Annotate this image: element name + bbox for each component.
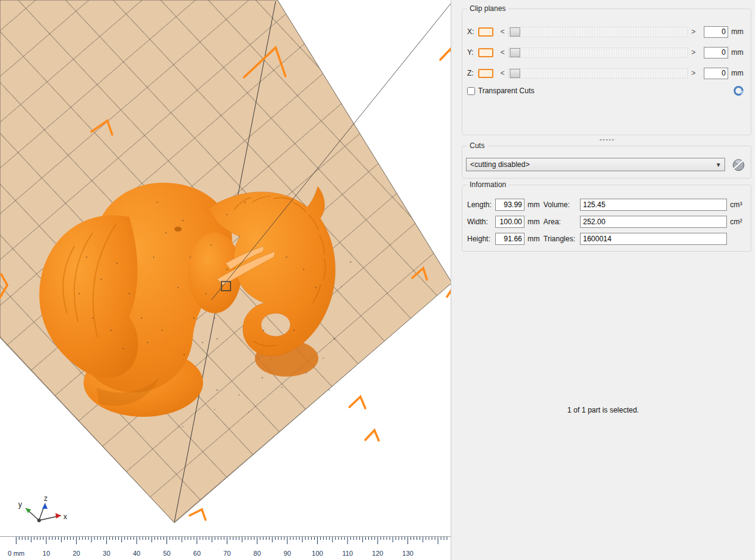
clip-z-slider-right-icon[interactable]: > bbox=[689, 69, 698, 77]
clip-z-label: Z: bbox=[467, 69, 478, 77]
svg-text:80: 80 bbox=[254, 550, 261, 557]
clip-y-slider-left-icon[interactable]: < bbox=[498, 48, 507, 57]
info-row-height-triangles: Height: mm Triangles: bbox=[467, 233, 747, 245]
control-panel: Clip planes X: < > mm Y: < > mm Z: bbox=[451, 0, 755, 560]
clip-x-slider-track[interactable] bbox=[508, 27, 688, 37]
cuts-dropdown-value: <cutting disabled> bbox=[470, 160, 714, 169]
cuts-dropdown[interactable]: <cutting disabled> ▼ bbox=[466, 158, 725, 171]
information-group: Information Length: mm Volume: cm³ Width… bbox=[462, 185, 751, 252]
cuts-title: Cuts bbox=[467, 141, 487, 150]
svg-text:30: 30 bbox=[103, 550, 110, 557]
clip-planes-title: Clip planes bbox=[467, 4, 508, 13]
svg-text:70: 70 bbox=[223, 550, 231, 557]
ruler: 0 mm102030405060708090100110120130 bbox=[0, 536, 451, 560]
clip-z-slider-handle[interactable] bbox=[510, 69, 520, 78]
triangles-label: Triangles: bbox=[543, 235, 580, 243]
z-axis-label: z bbox=[44, 494, 48, 503]
svg-text:90: 90 bbox=[284, 550, 291, 557]
height-value-field[interactable] bbox=[495, 233, 524, 245]
clip-y-value-input[interactable] bbox=[704, 47, 728, 58]
width-value-field[interactable] bbox=[495, 216, 524, 228]
cut-tool-icon[interactable] bbox=[730, 156, 747, 173]
clip-x-unit: mm bbox=[731, 27, 746, 36]
height-unit: mm bbox=[528, 235, 543, 243]
svg-text:120: 120 bbox=[372, 550, 383, 557]
clip-x-slider-left-icon[interactable]: < bbox=[498, 27, 507, 36]
information-title: Information bbox=[467, 180, 509, 189]
svg-text:130: 130 bbox=[403, 550, 413, 557]
rotate-view-icon[interactable] bbox=[732, 85, 745, 99]
axis-triad[interactable]: y z x bbox=[11, 494, 70, 533]
transparent-cuts-label: Transparent Cuts bbox=[478, 87, 534, 95]
area-label: Area: bbox=[543, 218, 580, 226]
clip-x-label: X: bbox=[467, 27, 478, 36]
svg-text:40: 40 bbox=[133, 550, 140, 557]
height-label: Height: bbox=[467, 235, 495, 243]
clip-z-unit: mm bbox=[731, 69, 746, 77]
y-axis-label: y bbox=[18, 500, 22, 509]
svg-text:10: 10 bbox=[43, 550, 50, 557]
length-value-field[interactable] bbox=[495, 199, 524, 211]
svg-text:100: 100 bbox=[312, 550, 323, 557]
clip-y-slider-right-icon[interactable]: > bbox=[689, 48, 698, 57]
clip-y-slider-track[interactable] bbox=[508, 48, 688, 58]
application-window: y z x 0 mm102030405060708090100110120130… bbox=[0, 0, 755, 560]
clip-z-color-swatch[interactable] bbox=[478, 69, 493, 78]
clip-x-slider-handle[interactable] bbox=[510, 27, 520, 37]
clip-y-slider-handle[interactable] bbox=[510, 48, 520, 57]
svg-text:20: 20 bbox=[73, 550, 80, 557]
length-unit: mm bbox=[528, 200, 543, 209]
svg-text:0 mm: 0 mm bbox=[8, 550, 25, 557]
clip-plane-row-x: X: < > mm bbox=[466, 25, 747, 38]
width-label: Width: bbox=[467, 218, 495, 226]
clip-x-slider-right-icon[interactable]: > bbox=[689, 27, 698, 36]
area-unit: cm² bbox=[730, 218, 747, 226]
volume-unit: cm³ bbox=[730, 200, 747, 209]
volume-value-field[interactable] bbox=[580, 199, 727, 211]
clip-plane-row-y: Y: < > mm bbox=[466, 46, 747, 59]
clip-z-slider-left-icon[interactable]: < bbox=[498, 69, 507, 77]
3d-viewport[interactable]: y z x bbox=[0, 0, 451, 536]
clip-y-unit: mm bbox=[731, 48, 746, 57]
clip-x-value-input[interactable] bbox=[704, 26, 728, 38]
clip-y-label: Y: bbox=[467, 48, 478, 57]
clip-x-color-swatch[interactable] bbox=[478, 27, 493, 37]
viewport-column: y z x 0 mm102030405060708090100110120130 bbox=[0, 0, 451, 560]
svg-text:60: 60 bbox=[193, 550, 201, 557]
clip-plane-row-z: Z: < > mm bbox=[466, 66, 747, 80]
clip-z-slider-track[interactable] bbox=[508, 68, 688, 79]
info-row-width-area: Width: mm Area: cm² bbox=[467, 216, 747, 228]
clip-y-color-swatch[interactable] bbox=[478, 48, 493, 57]
splitter-grip[interactable] bbox=[598, 138, 615, 141]
cuts-group: Cuts <cutting disabled> ▼ bbox=[462, 146, 751, 179]
z-axis-cone bbox=[42, 503, 48, 509]
x-axis-label: x bbox=[63, 512, 67, 521]
svg-text:110: 110 bbox=[342, 550, 353, 557]
clip-planes-group: Clip planes X: < > mm Y: < > mm Z: bbox=[462, 9, 751, 135]
transparent-cuts-checkbox[interactable] bbox=[467, 87, 475, 95]
area-value-field[interactable] bbox=[580, 216, 727, 228]
chevron-down-icon: ▼ bbox=[714, 161, 723, 168]
info-row-length-volume: Length: mm Volume: cm³ bbox=[467, 199, 747, 211]
width-unit: mm bbox=[528, 218, 543, 226]
selection-status-text: 1 of 1 part is selected. bbox=[451, 406, 755, 414]
x-axis-cone bbox=[55, 513, 61, 519]
svg-text:50: 50 bbox=[163, 550, 170, 557]
length-label: Length: bbox=[467, 200, 495, 209]
triangles-value-field[interactable] bbox=[580, 233, 727, 245]
volume-label: Volume: bbox=[543, 200, 580, 209]
transparent-cuts-row: Transparent Cuts bbox=[466, 87, 747, 95]
3d-scene[interactable] bbox=[0, 0, 451, 536]
clip-z-value-input[interactable] bbox=[704, 68, 728, 79]
